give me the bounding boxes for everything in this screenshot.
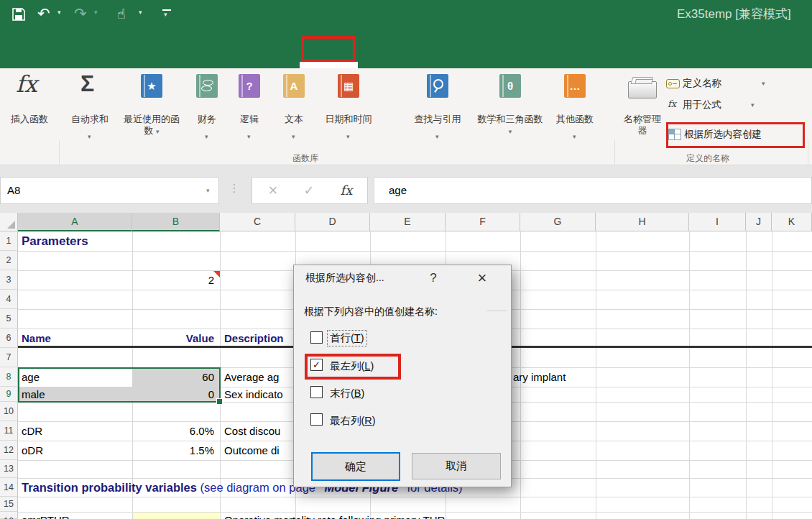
column-header-g[interactable]: G — [520, 213, 596, 231]
cell-b6[interactable]: Value — [132, 329, 214, 348]
column-header-e[interactable]: E — [370, 213, 446, 231]
column-header-i[interactable]: I — [689, 213, 746, 231]
save-icon[interactable] — [11, 7, 26, 24]
row-header-13[interactable]: 13 — [0, 460, 18, 478]
lookup-reference-dropdown-icon: ▾ — [435, 134, 439, 140]
touch-mode-icon[interactable]: ☝ — [117, 6, 126, 22]
row-header-4[interactable]: 4 — [0, 290, 18, 309]
label-text: ) — [361, 387, 365, 399]
column-header-b[interactable]: B — [132, 213, 220, 231]
row-header-16[interactable]: 16 — [0, 512, 18, 519]
touch-mode-dropdown-icon[interactable]: ▾ — [139, 9, 142, 16]
highlighted-cell-b16[interactable] — [133, 513, 219, 519]
lookup-reference-button[interactable]: 查找与引用 ▾ — [406, 70, 469, 146]
checkbox-right-column-box[interactable] — [310, 413, 323, 426]
more-functions-label: 其他函数 — [545, 114, 605, 125]
cell-c8-fragment[interactable]: Average ag — [224, 367, 279, 387]
annotation-create-from-selection — [666, 122, 805, 148]
cell-a12[interactable]: oDR — [22, 441, 43, 460]
cell-a1[interactable]: Parameters — [22, 231, 88, 251]
use-in-formula-button[interactable]: fx 用于公式 ▾ — [665, 97, 808, 115]
row-header-7[interactable]: 7 — [0, 348, 18, 367]
row-header-8[interactable]: 8 — [0, 367, 18, 387]
cell-c16[interactable]: Operative mortality rate following prima… — [224, 514, 445, 519]
undo-dropdown-icon[interactable]: ▾ — [57, 9, 61, 16]
row-header-1[interactable]: 1 — [0, 231, 18, 251]
fill-handle[interactable] — [216, 398, 223, 405]
gridline — [689, 231, 690, 519]
column-header-a[interactable]: A — [18, 213, 132, 231]
checkbox-top-row-label[interactable]: 首行(T) — [328, 331, 366, 346]
row-header-10[interactable]: 10 — [0, 402, 18, 421]
cell-a11[interactable]: cDR — [22, 421, 42, 441]
cell-c6[interactable]: Description — [224, 329, 284, 348]
redo-dropdown-icon[interactable]: ▾ — [94, 9, 98, 16]
column-header-k[interactable]: K — [772, 213, 812, 231]
formula-bar-grip-icon[interactable]: ⋮ — [229, 181, 240, 195]
date-time-button[interactable]: ▦ 日期和时间 ▾ — [317, 70, 380, 146]
cell-c12[interactable]: Outcome di — [224, 441, 280, 460]
logical-button[interactable]: ? 逻辑 ▾ — [232, 70, 267, 146]
row-header-9[interactable]: 9 — [0, 387, 18, 402]
row-header-15[interactable]: 15 — [0, 497, 18, 512]
math-trig-button[interactable]: θ 数学和三角函数 ▾ — [477, 70, 543, 146]
cell-a6[interactable]: Name — [22, 329, 51, 348]
defined-names-group-label: 定义的名称 — [668, 152, 747, 165]
ok-button[interactable]: 确定 — [311, 452, 400, 481]
row-header-14[interactable]: 14 — [0, 478, 18, 497]
name-box[interactable]: A8 ▾ — [0, 177, 219, 204]
column-header-h[interactable]: H — [596, 213, 689, 231]
row-header-2[interactable]: 2 — [0, 251, 18, 270]
label-text: ) — [361, 332, 364, 344]
row-header-11[interactable]: 11 — [0, 421, 18, 441]
cell-c11[interactable]: Cost discou — [224, 421, 280, 441]
row-header-12[interactable]: 12 — [0, 441, 18, 460]
cancel-button[interactable]: 取消 — [412, 453, 501, 479]
select-all-corner[interactable] — [0, 213, 18, 231]
recently-used-button[interactable]: ★ 最近使用的函数 ▾ — [119, 70, 184, 146]
more-functions-button[interactable]: … 其他函数 ▾ — [545, 70, 605, 146]
define-name-button[interactable]: 定义名称 ▾ — [665, 75, 808, 93]
row-header-6[interactable]: 6 — [0, 329, 18, 348]
column-header-f[interactable]: F — [446, 213, 520, 231]
name-box-dropdown-icon[interactable]: ▾ — [206, 188, 210, 194]
row-header-5[interactable]: 5 — [0, 309, 18, 329]
cell-b12[interactable]: 1.5% — [132, 441, 217, 460]
insert-function-fx-icon[interactable]: fx — [336, 178, 357, 203]
cell-b11[interactable]: 6.0% — [132, 421, 217, 441]
hotkey-text: B — [354, 387, 361, 399]
function-library-group-label: 函数库 — [280, 152, 331, 165]
name-manager-button[interactable]: 名称管理器 — [620, 70, 665, 146]
ellipsis-glyph: … — [570, 80, 581, 92]
dialog-close-button[interactable]: × — [471, 265, 494, 290]
undo-icon[interactable]: ↶ — [37, 6, 50, 22]
financial-button[interactable]: 财务 ▾ — [190, 70, 224, 146]
cell-c9[interactable]: Sex indicato — [224, 387, 283, 402]
letter-a-glyph: A — [290, 80, 298, 92]
checkbox-top-row[interactable]: 首行(T) — [310, 331, 483, 348]
dialog-help-button[interactable]: ? — [423, 265, 443, 290]
checkbox-bottom-row-label[interactable]: 末行(B) — [328, 386, 366, 401]
column-header-d[interactable]: D — [295, 213, 370, 231]
checkbox-right-column[interactable]: 最右列(R) — [310, 413, 483, 430]
formula-buttons: × ✓ fx — [252, 177, 368, 204]
cell-b3[interactable]: 2 — [132, 270, 214, 290]
text-button[interactable]: A 文本 ▾ — [277, 70, 311, 146]
checkbox-right-column-label[interactable]: 最右列(R) — [328, 413, 378, 428]
row-header-3[interactable]: 3 — [0, 270, 18, 290]
hotkey-text: T — [354, 332, 361, 344]
formula-input[interactable]: age — [374, 177, 812, 204]
column-header-c[interactable]: C — [220, 213, 295, 231]
cell-a16[interactable]: omrPTHR — [22, 514, 70, 519]
insert-function-button[interactable]: fx 插入函数 — [3, 70, 56, 142]
more-functions-icon: … — [564, 74, 586, 98]
cancel-formula-icon: × — [262, 178, 284, 203]
autosum-button[interactable]: Σ 自动求和 ▾ — [66, 70, 114, 146]
checkbox-bottom-row[interactable]: 末行(B) — [310, 385, 483, 403]
checkbox-bottom-row-box[interactable] — [310, 386, 323, 398]
column-header-j[interactable]: J — [746, 213, 772, 231]
checkbox-top-row-box[interactable] — [310, 331, 323, 344]
logical-label: 逻辑 — [232, 114, 267, 125]
customize-qat-caret-icon[interactable]: ▾ — [164, 11, 167, 18]
text-dropdown-icon: ▾ — [292, 134, 295, 140]
